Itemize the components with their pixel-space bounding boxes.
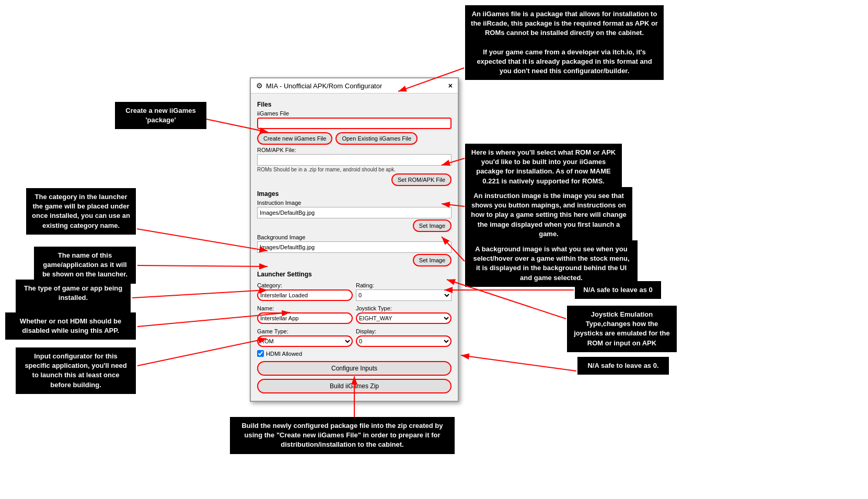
launcher-settings-label: Launcher Settings [257, 271, 452, 278]
tooltip-background-image: A background image is what you see when … [465, 240, 638, 287]
name-field: Name: [257, 303, 353, 324]
category-rating-row: Category: Rating: 0 [257, 280, 452, 301]
svg-line-10 [137, 339, 267, 366]
main-dialog: ⚙ MIA - Unofficial APK/Rom Configurator … [250, 77, 459, 402]
tooltip-category: The category in the launcher the game wi… [26, 188, 136, 235]
set-instruction-image-btn[interactable]: Set Image [413, 219, 452, 232]
tooltip-iigames-info-text: An iiGames file is a package that allows… [471, 10, 658, 75]
tooltip-category-text: The category in the launcher the game wi… [32, 193, 130, 229]
iigames-file-input[interactable] [257, 118, 452, 129]
rating-field: Rating: 0 [356, 280, 452, 301]
background-image-label: Background Image [257, 234, 452, 240]
tooltip-iigames-info: An iiGames file is a package that allows… [465, 5, 664, 80]
close-button[interactable]: × [448, 82, 453, 90]
tooltip-nia: N/A safe to leave as 0. [577, 357, 669, 375]
background-image-input[interactable] [257, 241, 452, 253]
images-section-label: Images [257, 190, 452, 198]
tooltip-background-image-text: A background image is what you see when … [473, 245, 629, 282]
dialog-title-text: MIA - Unofficial APK/Rom Configurator [266, 82, 382, 90]
category-label: Category: [257, 282, 353, 288]
name-input[interactable] [257, 312, 353, 324]
set-rom-btn[interactable]: Set ROM/APK File [391, 173, 452, 186]
gametype-display-row: Game Type: ROM Display: 0 [257, 326, 452, 347]
svg-line-7 [137, 265, 268, 266]
name-label: Name: [257, 305, 353, 311]
category-field: Category: [257, 280, 353, 301]
tooltip-build-bottom-text: Build the newly configured package file … [241, 422, 443, 448]
dialog-titlebar: ⚙ MIA - Unofficial APK/Rom Configurator … [251, 78, 458, 94]
name-joystick-row: Name: Joystick Type: EIGHT_WAY [257, 303, 452, 324]
tooltip-display: N/A safe to leave as 0 [575, 281, 661, 299]
tooltip-display-text: N/A safe to leave as 0 [583, 286, 652, 294]
tooltip-name: The name of this game/application as it … [34, 247, 136, 284]
joystick-select[interactable]: EIGHT_WAY [356, 312, 452, 324]
dialog-body: Files iiGames File Create new iiGames Fi… [251, 94, 458, 401]
files-section-label: Files [257, 101, 452, 108]
gear-icon: ⚙ [256, 82, 263, 90]
build-iigames-btn[interactable]: Build iiGames Zip [257, 379, 452, 393]
set-background-image-btn[interactable]: Set Image [413, 254, 452, 266]
joystick-field: Joystick Type: EIGHT_WAY [356, 303, 452, 324]
gametype-select[interactable]: ROM [257, 335, 353, 347]
hdmi-checkbox[interactable] [257, 350, 264, 357]
tooltip-hdmi: Whether or not HDMI should be disabled w… [5, 312, 136, 340]
gametype-label: Game Type: [257, 328, 353, 334]
instruction-image-label: Instruction Image [257, 200, 452, 206]
gametype-field: Game Type: ROM [257, 326, 353, 347]
hdmi-label: HDMI Allowed [266, 351, 302, 357]
rom-apk-label: ROM/APK File: [257, 147, 452, 153]
tooltip-joystick: Joystick Emulation Type,changes how the … [567, 306, 677, 352]
svg-line-6 [137, 229, 268, 251]
tooltip-create-package: Create a new iiGames 'package' [115, 102, 206, 129]
tooltip-rom-apk: Here is where you'll select what ROM or … [465, 144, 622, 190]
configure-inputs-btn[interactable]: Configure Inputs [257, 361, 452, 376]
tooltip-configure-inputs: Input configurator for this specific app… [16, 347, 136, 394]
rating-label: Rating: [356, 282, 452, 288]
display-select[interactable]: 0 [356, 335, 452, 347]
tooltip-rom-apk-text: Here is where you'll select what ROM or … [471, 148, 616, 185]
instruction-image-input[interactable] [257, 207, 452, 218]
rom-hint: ROMs Should be in a .zip for mame, andro… [257, 167, 452, 172]
tooltip-name-text: The name of this game/application as it … [42, 251, 128, 278]
tooltip-nia-text: N/A safe to leave as 0. [587, 362, 658, 369]
tooltip-configure-inputs-text: Input configurator for this specific app… [25, 352, 126, 389]
dialog-title: ⚙ MIA - Unofficial APK/Rom Configurator [256, 82, 382, 90]
file-buttons-row: Create new iiGames File Open Existing ii… [257, 132, 452, 145]
create-iigames-btn[interactable]: Create new iiGames File [257, 132, 332, 145]
display-field: Display: 0 [356, 326, 452, 347]
tooltip-instruction-image-text: An instruction image is the image you se… [471, 192, 627, 238]
tooltip-joystick-text: Joystick Emulation Type,changes how the … [574, 310, 670, 347]
hdmi-row: HDMI Allowed [257, 350, 452, 357]
tooltip-hdmi-text: Whether or not HDMI should be disabled w… [20, 317, 121, 334]
tooltip-instruction-image: An instruction image is the image you se… [465, 187, 632, 243]
tooltip-build-bottom: Build the newly configured package file … [230, 417, 455, 454]
iigames-file-label: iiGames File [257, 110, 452, 117]
rating-select[interactable]: 0 [356, 289, 452, 301]
open-iigames-btn[interactable]: Open Existing iiGames File [335, 132, 418, 145]
tooltip-create-package-text: Create a new iiGames 'package' [125, 107, 195, 124]
rom-apk-input[interactable] [257, 154, 452, 166]
display-label: Display: [356, 328, 452, 334]
svg-line-8 [132, 290, 268, 298]
category-input[interactable] [257, 289, 353, 301]
svg-line-14 [461, 355, 576, 371]
joystick-label: Joystick Type: [356, 305, 452, 311]
